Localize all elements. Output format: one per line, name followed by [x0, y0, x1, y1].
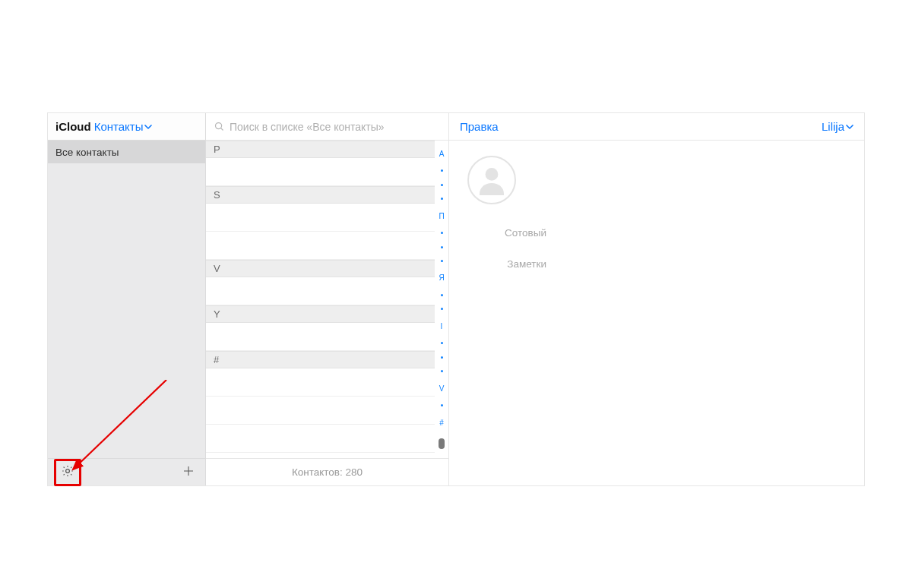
user-menu[interactable]: Lilija — [822, 120, 853, 133]
field-notes-label: Заметки — [467, 258, 546, 270]
alpha-index-dot[interactable] — [441, 169, 443, 172]
svg-point-0 — [66, 469, 70, 473]
field-mobile-label: Сотовый — [467, 227, 546, 239]
alpha-index-letter[interactable]: # — [439, 419, 444, 427]
chevron-down-icon — [144, 123, 152, 131]
contact-detail-column: Правка Lilija — [449, 113, 864, 485]
field-mobile: Сотовый — [467, 227, 846, 239]
alpha-index-dot[interactable] — [441, 246, 443, 248]
gear-icon — [61, 464, 74, 481]
search-input[interactable] — [230, 121, 441, 133]
annotation-highlight — [54, 459, 81, 486]
search-bar — [206, 113, 448, 141]
alpha-index-dot[interactable] — [441, 356, 443, 359]
search-icon — [214, 121, 225, 132]
detail-body: Сотовый Заметки — [449, 141, 864, 485]
contact-list-column: PSVY# Контактов: 280 АПЯIV# — [206, 113, 449, 485]
alpha-index-dot[interactable] — [441, 370, 443, 372]
alpha-index-dot[interactable] — [441, 260, 443, 262]
alpha-index[interactable]: АПЯIV# — [436, 144, 447, 455]
contact-row[interactable] — [206, 397, 435, 425]
brand-label: iCloud — [55, 120, 91, 133]
list-section-header: P — [206, 141, 435, 158]
contact-row[interactable] — [206, 425, 435, 453]
alpha-index-letter[interactable]: А — [439, 150, 445, 158]
person-icon — [473, 162, 510, 198]
alpha-index-letter[interactable]: I — [441, 322, 443, 330]
edit-button[interactable]: Правка — [460, 120, 499, 133]
sidebar-groups: Все контакты — [48, 141, 205, 458]
sidebar-item-group[interactable]: Все контакты — [48, 141, 205, 163]
chevron-down-icon — [846, 120, 853, 133]
alpha-index-dot[interactable] — [441, 294, 443, 296]
icloud-contacts-window: iCloud Контакты Все контакты — [47, 112, 865, 486]
plus-icon — [182, 464, 195, 481]
alpha-index-letter[interactable]: V — [439, 384, 445, 393]
sidebar: iCloud Контакты Все контакты — [48, 113, 206, 485]
list-section-header: S — [206, 186, 435, 204]
list-section-header: V — [206, 260, 435, 277]
alpha-index-dot[interactable] — [441, 342, 443, 344]
contact-list-scroll[interactable]: PSVY# — [206, 141, 448, 458]
contact-row[interactable] — [206, 204, 435, 232]
contact-row[interactable] — [206, 158, 435, 186]
svg-point-1 — [216, 123, 222, 129]
alpha-index-letter[interactable]: Я — [439, 273, 444, 282]
section-label: Контакты — [94, 120, 144, 133]
contacts-section-dropdown[interactable]: Контакты — [94, 120, 153, 133]
user-name-label: Lilija — [822, 120, 844, 133]
sidebar-footer — [48, 458, 205, 485]
settings-button[interactable] — [57, 462, 78, 483]
contact-row[interactable] — [206, 368, 435, 397]
avatar-row — [467, 156, 846, 204]
contact-row[interactable] — [206, 323, 435, 351]
field-notes: Заметки — [467, 258, 846, 270]
alpha-index-dot[interactable] — [441, 308, 443, 310]
sidebar-header: iCloud Контакты — [48, 113, 205, 141]
alpha-index-dot[interactable] — [441, 232, 443, 234]
alpha-index-dot[interactable] — [441, 184, 443, 186]
detail-header: Правка Lilija — [449, 113, 864, 141]
contact-count: Контактов: 280 — [206, 458, 448, 485]
contact-row[interactable] — [206, 232, 435, 260]
contact-row[interactable] — [206, 277, 435, 305]
alpha-index-dot[interactable] — [441, 198, 443, 200]
add-contact-button[interactable] — [178, 462, 199, 483]
contact-avatar[interactable] — [467, 156, 516, 204]
alpha-index-scroll-handle[interactable] — [439, 438, 445, 449]
alpha-index-letter[interactable]: П — [439, 212, 444, 220]
list-section-header: # — [206, 351, 435, 368]
list-section-header: Y — [206, 305, 435, 323]
svg-point-2 — [486, 168, 499, 181]
alpha-index-dot[interactable] — [441, 404, 443, 406]
